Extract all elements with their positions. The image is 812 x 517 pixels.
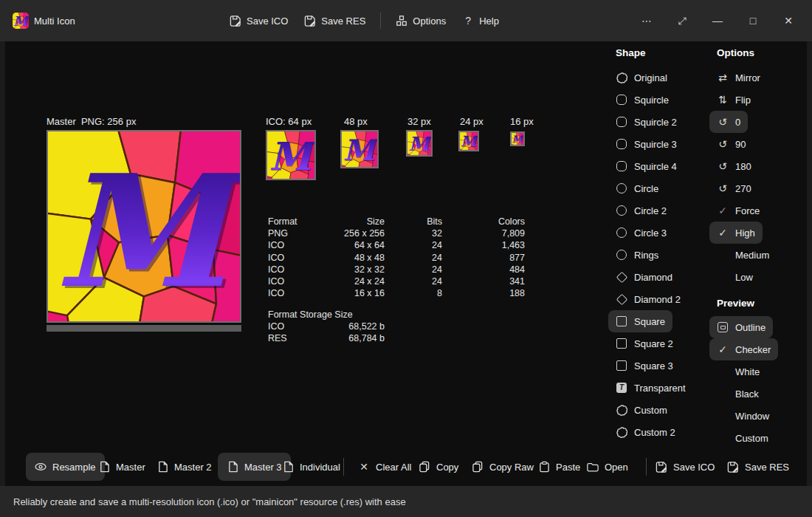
empty-icon-slot (717, 249, 729, 261)
shape-item-circle-2[interactable]: Circle 2 (608, 199, 674, 222)
help-icon: ? (462, 15, 474, 27)
empty-icon-slot (717, 388, 729, 400)
minimize-button[interactable]: — (700, 0, 735, 41)
circle-icon (616, 205, 627, 216)
shape-item-original[interactable]: Original (608, 66, 675, 89)
copy-button[interactable]: Copy (419, 453, 458, 481)
toolbar-separator (343, 458, 344, 476)
master-2-button[interactable]: Master 2 (156, 453, 212, 481)
save-icon (230, 15, 241, 27)
shape-item-custom[interactable]: Custom (608, 399, 675, 421)
copy-icon (472, 461, 484, 473)
file-icon (282, 461, 294, 473)
option-item-high[interactable]: ✓ High (709, 222, 763, 244)
save-res-button[interactable]: Save RES (727, 453, 789, 481)
master-label: Master PNG: 256 px (47, 116, 136, 127)
paste-icon (538, 461, 550, 473)
empty-icon-slot (717, 432, 729, 444)
preview-item-window[interactable]: Window (709, 405, 777, 427)
option-item-flip[interactable]: ⇅ Flip (709, 89, 758, 111)
rotate-icon: ↺ (717, 116, 729, 128)
preview-item-white[interactable]: White (709, 360, 767, 383)
option-item-rotate-0[interactable]: ↺ 0 (709, 111, 748, 133)
shape-item-rings[interactable]: Rings (608, 244, 666, 266)
status-text: Reliably create and save a multi-resolut… (13, 496, 406, 507)
square-icon (616, 315, 627, 327)
option-item-mirror[interactable]: ⇄ Mirror (709, 66, 768, 89)
shape-item-diamond[interactable]: Diamond (608, 266, 680, 288)
preview-label-24: 24 px (460, 116, 484, 127)
shape-item-squircle-3[interactable]: Squircle 3 (608, 133, 684, 155)
table-row: RES 68,784 b (268, 332, 385, 344)
option-item-rotate-180[interactable]: ↺ 180 (709, 155, 759, 177)
paste-button[interactable]: Paste (538, 453, 580, 481)
shape-item-custom-2[interactable]: Custom 2 (608, 421, 683, 443)
copy-raw-button[interactable]: Copy Raw (472, 453, 534, 481)
resize-button[interactable]: ⤢ (664, 0, 700, 41)
shape-panel-title: Shape (616, 47, 646, 58)
option-item-medium[interactable]: Medium (709, 244, 777, 266)
empty-icon-slot (717, 410, 729, 422)
ico-preview-16 (510, 131, 525, 146)
file-icon (227, 461, 238, 473)
blob-icon (616, 404, 627, 416)
window-controls: ⋯ ⤢ — □ ✕ (629, 0, 806, 41)
circle-icon (616, 182, 627, 194)
master-3-button[interactable]: Master 3 (218, 453, 291, 481)
copy-icon (419, 461, 430, 473)
ico-preview-48 (340, 130, 379, 168)
open-button[interactable]: Open (587, 453, 628, 481)
blob-icon (616, 426, 627, 438)
close-button[interactable]: ✕ (771, 0, 806, 41)
options-button[interactable]: Options (388, 0, 454, 41)
option-item-force[interactable]: ✓ Force (709, 199, 767, 222)
preview-item-custom[interactable]: Custom (709, 427, 776, 449)
option-item-rotate-270[interactable]: ↺ 270 (709, 177, 759, 199)
ico-preview-64 (266, 130, 316, 180)
clear-all-button[interactable]: ✕ Clear All (358, 453, 411, 481)
save-ico-button[interactable]: Save ICO (656, 453, 715, 481)
format-table: Format Size Bits Colors PNG 256 x 256 32… (268, 216, 525, 299)
shape-item-squircle-2[interactable]: Squircle 2 (608, 111, 684, 133)
shape-item-diamond-2[interactable]: Diamond 2 (608, 288, 688, 310)
master-scrollbar[interactable] (47, 325, 241, 332)
master-button[interactable]: Master (98, 453, 145, 481)
save-ico-button-top[interactable]: Save ICO (221, 0, 296, 41)
preview-item-black[interactable]: Black (709, 383, 766, 405)
main-content: Master PNG: 256 px ICO: 64 px 48 px 32 p… (5, 41, 807, 486)
table-row: ICO 24 x 24 24 341 (268, 275, 525, 287)
option-item-low[interactable]: Low (709, 266, 760, 288)
squircle-icon (616, 138, 627, 150)
preview-item-checker[interactable]: ✓ Checker (709, 338, 778, 360)
shape-item-circle[interactable]: Circle (608, 177, 666, 199)
shape-item-square[interactable]: Square (608, 310, 672, 332)
resample-button[interactable]: Resample (26, 453, 105, 481)
rotate-icon: ↺ (717, 160, 729, 172)
shape-item-square-2[interactable]: Square 2 (608, 332, 681, 355)
mirror-icon: ⇄ (717, 72, 729, 83)
empty-icon-slot (717, 366, 729, 377)
transparent-icon: T (616, 382, 627, 394)
preview-label-48: 48 px (344, 116, 368, 127)
shape-item-square-3[interactable]: Square 3 (608, 355, 681, 377)
blob-icon (616, 72, 627, 83)
storage-size-table: Format Storage Size ICO 68,522 b RES 68,… (268, 309, 385, 345)
rings-icon (616, 249, 627, 261)
table-row: ICO 68,522 b (268, 321, 385, 332)
more-button[interactable]: ⋯ (629, 0, 664, 41)
check-icon: ✓ (717, 227, 729, 239)
preview-item-outline[interactable]: Outline (709, 316, 773, 338)
shape-item-circle-3[interactable]: Circle 3 (608, 222, 674, 244)
check-icon: ✓ (717, 205, 729, 216)
option-item-rotate-90[interactable]: ↺ 90 (709, 133, 753, 155)
title-bar: Multi Icon Save ICO Save RES Options ? H… (0, 0, 812, 41)
master-image (47, 130, 241, 323)
shape-item-transparent[interactable]: T Transparent (608, 377, 693, 399)
app-window: Multi Icon Save ICO Save RES Options ? H… (0, 0, 812, 517)
save-res-button-top[interactable]: Save RES (296, 0, 374, 41)
shape-item-squircle[interactable]: Squircle (608, 89, 676, 111)
help-button[interactable]: ? Help (454, 0, 507, 41)
individual-button[interactable]: Individual (282, 453, 340, 481)
maximize-button[interactable]: □ (735, 0, 771, 41)
shape-item-squircle-4[interactable]: Squircle 4 (608, 155, 684, 177)
